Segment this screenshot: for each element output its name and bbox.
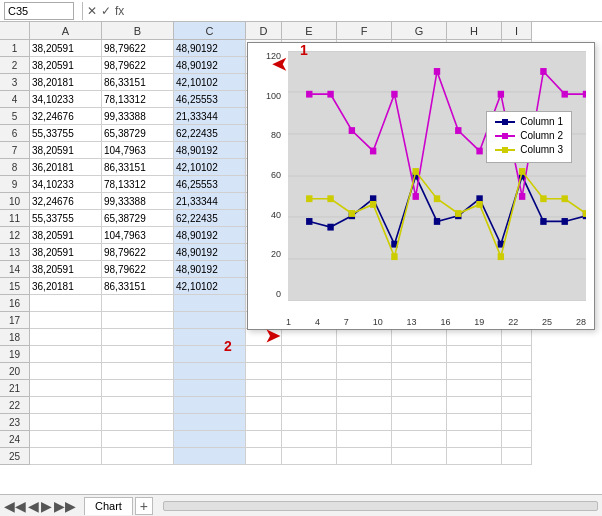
cell-b-15[interactable]: 86,33151 xyxy=(102,278,174,295)
cell-d-21[interactable] xyxy=(246,380,282,397)
tab-last-icon[interactable]: ▶▶ xyxy=(54,498,76,514)
cell-h-19[interactable] xyxy=(447,346,502,363)
cell-g-24[interactable] xyxy=(392,431,447,448)
cell-a-17[interactable] xyxy=(30,312,102,329)
cell-f-22[interactable] xyxy=(337,397,392,414)
cell-b-4[interactable]: 78,13312 xyxy=(102,91,174,108)
cell-i-24[interactable] xyxy=(502,431,532,448)
cell-c-2[interactable]: 48,90192 xyxy=(174,57,246,74)
cell-b-3[interactable]: 86,33151 xyxy=(102,74,174,91)
cell-e-22[interactable] xyxy=(282,397,337,414)
cell-a-7[interactable]: 38,20591 xyxy=(30,142,102,159)
cell-d-23[interactable] xyxy=(246,414,282,431)
cell-a-21[interactable] xyxy=(30,380,102,397)
col-header-e[interactable]: E xyxy=(282,22,337,40)
col-header-h[interactable]: H xyxy=(447,22,502,40)
cell-a-15[interactable]: 36,20181 xyxy=(30,278,102,295)
cell-a-1[interactable]: 38,20591 xyxy=(30,40,102,57)
col-header-g[interactable]: G xyxy=(392,22,447,40)
cell-a-3[interactable]: 38,20181 xyxy=(30,74,102,91)
cell-a-10[interactable]: 32,24676 xyxy=(30,193,102,210)
cell-e-24[interactable] xyxy=(282,431,337,448)
cell-b-7[interactable]: 104,7963 xyxy=(102,142,174,159)
col-header-a[interactable]: A xyxy=(30,22,102,40)
cell-e-20[interactable] xyxy=(282,363,337,380)
cell-i-21[interactable] xyxy=(502,380,532,397)
cell-i-20[interactable] xyxy=(502,363,532,380)
cell-c-9[interactable]: 46,25553 xyxy=(174,176,246,193)
cell-a-19[interactable] xyxy=(30,346,102,363)
cell-f-24[interactable] xyxy=(337,431,392,448)
cell-a-6[interactable]: 55,33755 xyxy=(30,125,102,142)
cell-c-23[interactable] xyxy=(174,414,246,431)
cell-c-15[interactable]: 42,10102 xyxy=(174,278,246,295)
cell-c-16[interactable] xyxy=(174,295,246,312)
col-header-i[interactable]: I xyxy=(502,22,532,40)
cell-f-21[interactable] xyxy=(337,380,392,397)
scroll-track[interactable] xyxy=(163,501,598,511)
cell-a-11[interactable]: 55,33755 xyxy=(30,210,102,227)
cell-c-18[interactable] xyxy=(174,329,246,346)
cell-c-14[interactable]: 48,90192 xyxy=(174,261,246,278)
cell-f-25[interactable] xyxy=(337,448,392,465)
confirm-icon[interactable]: ✓ xyxy=(101,4,111,18)
cell-a-23[interactable] xyxy=(30,414,102,431)
cell-b-16[interactable] xyxy=(102,295,174,312)
cell-b-19[interactable] xyxy=(102,346,174,363)
cell-c-19[interactable] xyxy=(174,346,246,363)
cell-c-4[interactable]: 46,25553 xyxy=(174,91,246,108)
cell-b-25[interactable] xyxy=(102,448,174,465)
cell-i-19[interactable] xyxy=(502,346,532,363)
cell-e-23[interactable] xyxy=(282,414,337,431)
cell-h-25[interactable] xyxy=(447,448,502,465)
cell-b-17[interactable] xyxy=(102,312,174,329)
cell-a-14[interactable]: 38,20591 xyxy=(30,261,102,278)
cell-b-10[interactable]: 99,33388 xyxy=(102,193,174,210)
cell-c-1[interactable]: 48,90192 xyxy=(174,40,246,57)
cell-h-22[interactable] xyxy=(447,397,502,414)
cell-c-24[interactable] xyxy=(174,431,246,448)
col-header-d[interactable]: D xyxy=(246,22,282,40)
cell-c-22[interactable] xyxy=(174,397,246,414)
cell-g-21[interactable] xyxy=(392,380,447,397)
cell-a-22[interactable] xyxy=(30,397,102,414)
cell-b-23[interactable] xyxy=(102,414,174,431)
cell-e-25[interactable] xyxy=(282,448,337,465)
cell-i-22[interactable] xyxy=(502,397,532,414)
tab-prev-icon[interactable]: ◀ xyxy=(28,498,39,514)
cell-e-21[interactable] xyxy=(282,380,337,397)
cell-a-16[interactable] xyxy=(30,295,102,312)
cell-g-20[interactable] xyxy=(392,363,447,380)
cell-b-14[interactable]: 98,79622 xyxy=(102,261,174,278)
col-header-b[interactable]: B xyxy=(102,22,174,40)
cell-d-24[interactable] xyxy=(246,431,282,448)
cell-d-25[interactable] xyxy=(246,448,282,465)
add-sheet-button[interactable]: + xyxy=(135,497,153,515)
cell-c-7[interactable]: 48,90192 xyxy=(174,142,246,159)
cell-b-12[interactable]: 104,7963 xyxy=(102,227,174,244)
cancel-icon[interactable]: ✕ xyxy=(87,4,97,18)
cell-a-25[interactable] xyxy=(30,448,102,465)
cell-b-11[interactable]: 65,38729 xyxy=(102,210,174,227)
cell-g-19[interactable] xyxy=(392,346,447,363)
cell-f-23[interactable] xyxy=(337,414,392,431)
cell-b-13[interactable]: 98,79622 xyxy=(102,244,174,261)
cell-b-18[interactable] xyxy=(102,329,174,346)
cell-a-24[interactable] xyxy=(30,431,102,448)
col-header-f[interactable]: F xyxy=(337,22,392,40)
cell-f-18[interactable] xyxy=(337,329,392,346)
cell-i-23[interactable] xyxy=(502,414,532,431)
cell-c-10[interactable]: 21,33344 xyxy=(174,193,246,210)
cell-a-18[interactable] xyxy=(30,329,102,346)
sheet-tab-chart[interactable]: Chart xyxy=(84,497,133,515)
cell-b-2[interactable]: 98,79622 xyxy=(102,57,174,74)
cell-i-18[interactable] xyxy=(502,329,532,346)
cell-a-13[interactable]: 38,20591 xyxy=(30,244,102,261)
cell-c-6[interactable]: 62,22435 xyxy=(174,125,246,142)
cell-b-9[interactable]: 78,13312 xyxy=(102,176,174,193)
cell-c-25[interactable] xyxy=(174,448,246,465)
cell-c-12[interactable]: 48,90192 xyxy=(174,227,246,244)
cell-a-2[interactable]: 38,20591 xyxy=(30,57,102,74)
cell-c-17[interactable] xyxy=(174,312,246,329)
cell-h-23[interactable] xyxy=(447,414,502,431)
